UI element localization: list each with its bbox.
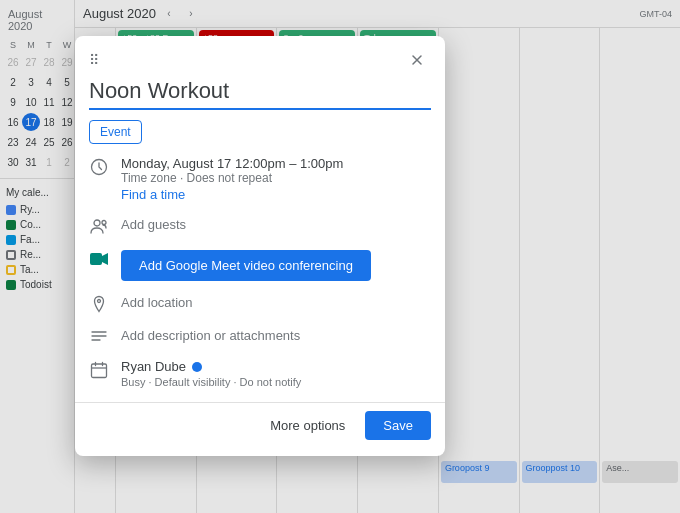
close-icon [409,52,425,68]
event-create-dialog: ⠿ Event Monday, August 17 12:00pm – 1:00… [75,36,445,456]
description-row: Add description or attachments [75,320,445,353]
dialog-title-section [75,78,445,114]
event-type-badge[interactable]: Event [89,120,142,144]
calendar-icon [89,360,109,380]
calendar-owner-content: Ryan Dube Busy · Default visibility · Do… [121,359,431,388]
datetime-content: Monday, August 17 12:00pm – 1:00pm Time … [121,156,431,203]
date-time-text[interactable]: Monday, August 17 12:00pm – 1:00pm [121,156,431,171]
svg-rect-3 [90,253,102,265]
save-button[interactable]: Save [365,411,431,440]
dialog-footer: More options Save [75,402,445,440]
calendar-owner-row: Ryan Dube Busy · Default visibility · Do… [75,353,445,394]
dialog-header: ⠿ [75,36,445,78]
location-row: Add location [75,287,445,320]
meet-icon [89,249,109,269]
close-button[interactable] [403,46,431,74]
add-meet-button[interactable]: Add Google Meet video conferencing [121,250,371,281]
description-icon [89,327,109,347]
add-guests-content: Add guests [121,215,431,233]
meet-content: Add Google Meet video conferencing [121,248,431,281]
add-guests-text[interactable]: Add guests [121,217,186,232]
svg-point-4 [98,300,101,303]
location-content: Add location [121,293,431,311]
calendar-visibility-text: Busy · Default visibility · Do not notif… [121,376,431,388]
owner-name-text: Ryan Dube [121,359,186,374]
svg-point-2 [102,221,106,225]
meet-row: Add Google Meet video conferencing [75,242,445,287]
event-type-row: Event [75,114,445,150]
drag-handle-icon: ⠿ [89,52,99,68]
location-icon [89,294,109,314]
add-location-text[interactable]: Add location [121,295,193,310]
people-icon [89,216,109,236]
add-description-text[interactable]: Add description or attachments [121,328,300,343]
owner-color-dot [192,362,202,372]
event-title-input[interactable] [89,78,431,110]
description-content: Add description or attachments [121,326,431,344]
datetime-row: Monday, August 17 12:00pm – 1:00pm Time … [75,150,445,209]
clock-icon [89,157,109,177]
add-guests-row: Add guests [75,209,445,242]
find-time-link[interactable]: Find a time [121,187,185,202]
svg-rect-5 [92,364,107,378]
calendar-owner-name: Ryan Dube [121,359,431,374]
svg-point-1 [94,220,100,226]
timezone-text: Time zone · Does not repeat [121,171,431,185]
more-options-button[interactable]: More options [260,412,355,439]
